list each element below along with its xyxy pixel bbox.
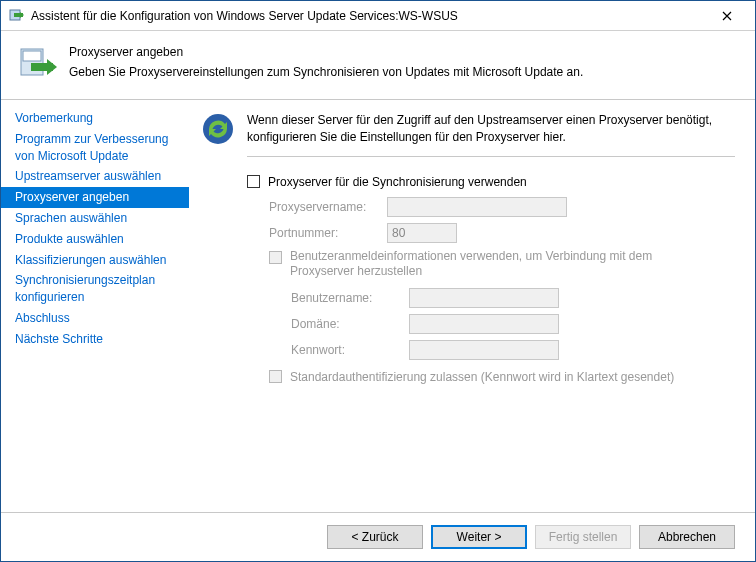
nav-step-upstream[interactable]: Upstreamserver auswählen xyxy=(1,166,189,187)
page-title: Proxyserver angeben xyxy=(69,45,583,59)
titlebar: Assistent für die Konfiguration von Wind… xyxy=(1,1,755,31)
basic-auth-label: Standardauthentifizierung zulassen (Kenn… xyxy=(290,370,674,384)
username-label: Benutzername: xyxy=(291,291,401,305)
nav-step-vorbemerkung[interactable]: Vorbemerkung xyxy=(1,108,189,129)
svg-point-3 xyxy=(203,114,233,144)
app-icon xyxy=(9,8,25,24)
password-label: Kennwort: xyxy=(291,343,401,357)
wizard-nav: Vorbemerkung Programm zur Verbesserung v… xyxy=(1,100,189,512)
use-credentials-label: Benutzeranmeldeinformationen verwenden, … xyxy=(290,249,660,280)
nav-step-sync[interactable]: Synchronisierungszeitplan konfigurieren xyxy=(1,270,189,308)
port-input[interactable] xyxy=(387,223,457,243)
content-description: Wenn dieser Server für den Zugriff auf d… xyxy=(247,112,735,157)
nav-step-klassifizierungen[interactable]: Klassifizierungen auswählen xyxy=(1,250,189,271)
nav-step-programm[interactable]: Programm zur Verbesserung von Microsoft … xyxy=(1,129,189,167)
proxy-name-label: Proxyservername: xyxy=(269,200,379,214)
close-button[interactable] xyxy=(707,2,747,30)
finish-button: Fertig stellen xyxy=(535,525,631,549)
nav-step-sprachen[interactable]: Sprachen auswählen xyxy=(1,208,189,229)
wizard-header: Proxyserver angeben Geben Sie Proxyserve… xyxy=(1,31,755,100)
nav-step-produkte[interactable]: Produkte auswählen xyxy=(1,229,189,250)
password-input[interactable] xyxy=(409,340,559,360)
use-proxy-checkbox[interactable] xyxy=(247,175,260,188)
domain-input[interactable] xyxy=(409,314,559,334)
use-proxy-label: Proxyserver für die Synchronisierung ver… xyxy=(268,175,527,189)
nav-step-proxy[interactable]: Proxyserver angeben xyxy=(1,187,189,208)
back-button[interactable]: < Zurück xyxy=(327,525,423,549)
use-credentials-checkbox[interactable] xyxy=(269,251,282,264)
next-button[interactable]: Weiter > xyxy=(431,525,527,549)
domain-label: Domäne: xyxy=(291,317,401,331)
nav-step-naechste[interactable]: Nächste Schritte xyxy=(1,329,189,350)
username-input[interactable] xyxy=(409,288,559,308)
wizard-footer: < Zurück Weiter > Fertig stellen Abbrech… xyxy=(1,512,755,561)
proxy-name-input[interactable] xyxy=(387,197,567,217)
sync-icon xyxy=(201,112,235,146)
nav-step-abschluss[interactable]: Abschluss xyxy=(1,308,189,329)
basic-auth-checkbox[interactable] xyxy=(269,370,282,383)
wizard-header-icon xyxy=(17,43,57,83)
svg-rect-2 xyxy=(23,51,41,61)
cancel-button[interactable]: Abbrechen xyxy=(639,525,735,549)
window-title: Assistent für die Konfiguration von Wind… xyxy=(31,9,707,23)
wizard-content: Wenn dieser Server für den Zugriff auf d… xyxy=(189,100,755,512)
page-subtitle: Geben Sie Proxyservereinstellungen zum S… xyxy=(69,65,583,79)
port-label: Portnummer: xyxy=(269,226,379,240)
